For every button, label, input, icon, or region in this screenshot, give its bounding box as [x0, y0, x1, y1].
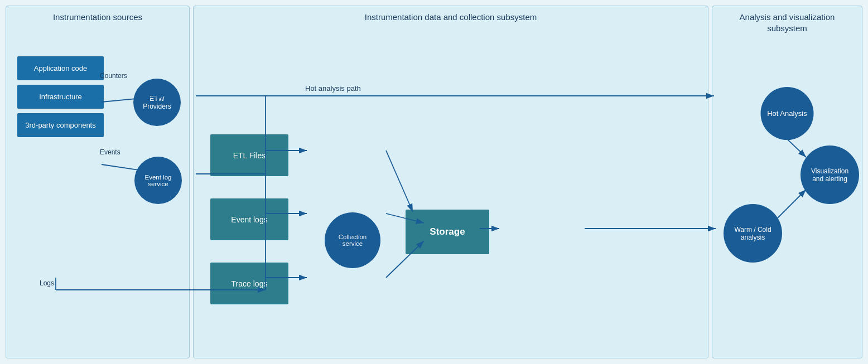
trace-logs-box: Trace logs	[210, 263, 288, 304]
source-boxes-container: Application code Infrastructure 3rd-part…	[17, 56, 104, 137]
storage-box: Storage	[406, 210, 489, 254]
hot-analysis-circle: Hot Analysis	[761, 87, 814, 140]
right-panel: Analysis and visualization subsystem Hot…	[712, 6, 862, 358]
etl-files-box: ETL Files	[210, 134, 288, 176]
diagram-container: Instrumentation sources Application code…	[0, 0, 868, 364]
event-logs-box: Event logs	[210, 198, 288, 240]
collection-service-circle: Collectionservice	[325, 212, 380, 268]
middle-panel-title: Instrumentation data and collection subs…	[199, 12, 702, 23]
right-panel-title: Analysis and visualization subsystem	[718, 12, 856, 33]
visualization-alerting-circle: Visualizationand alerting	[801, 145, 859, 204]
source-box-app-code: Application code	[17, 56, 104, 80]
counters-label: Counters	[100, 72, 127, 80]
warm-cold-analysis-circle: Warm / Coldanalysis	[724, 204, 782, 263]
events-label: Events	[100, 148, 120, 156]
left-panel: Instrumentation sources Application code…	[6, 6, 190, 358]
middle-panel: Instrumentation data and collection subs…	[193, 6, 708, 358]
left-panel-title: Instrumentation sources	[12, 12, 184, 23]
hot-analysis-path-label: Hot analysis path	[305, 84, 361, 93]
event-log-service-circle: Event logservice	[134, 157, 182, 204]
source-box-infrastructure: Infrastructure	[17, 85, 104, 109]
source-box-3rdparty: 3rd-party components	[17, 113, 104, 137]
etw-providers-circle: ETWProviders	[133, 79, 181, 126]
logs-label: Logs	[40, 279, 54, 287]
